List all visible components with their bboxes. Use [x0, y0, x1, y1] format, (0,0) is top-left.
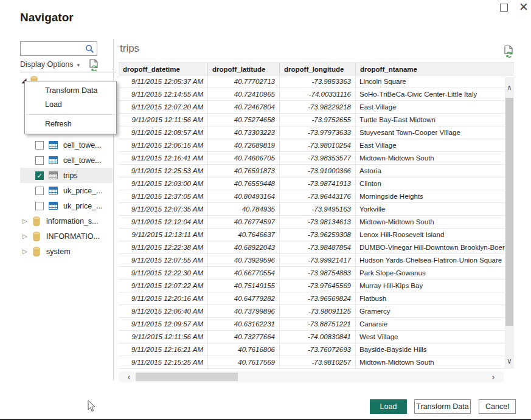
cell-dropoff_longitude: -73.97973633: [280, 126, 356, 139]
table-row: 9/11/2015 12:25:53 AM40.76591873-73.9100…: [119, 165, 514, 177]
tree-item-uk-price[interactable]: uk_price_...: [20, 198, 113, 213]
cell-dropoff_ntaname: Bayside-Bayside Hills: [356, 343, 514, 356]
cell-dropoff_datetime: 9/11/2015 12:06:40 AM: [119, 305, 208, 317]
checkbox-unchecked[interactable]: [35, 202, 44, 210]
checkbox-checked[interactable]: ✓: [35, 171, 44, 180]
cell-dropoff_datetime: 9/11/2015 12:11:56 AM: [119, 331, 208, 343]
scroll-right-icon[interactable]: ›: [488, 371, 499, 382]
cell-dropoff_latitude: 40.73929596: [208, 254, 280, 266]
table-row: 9/11/2015 12:08:57 AM40.73303223-73.9797…: [119, 126, 514, 139]
search-box: [20, 41, 97, 56]
table-row: 9/11/2015 12:06:40 AM40.73799896-73.9809…: [119, 305, 514, 318]
context-menu-item-load[interactable]: Load: [25, 98, 116, 112]
tree-item-cell-towe[interactable]: cell_towe...: [20, 153, 113, 168]
cell-dropoff_datetime: 9/11/2015 12:25:53 AM: [119, 165, 208, 177]
transform-data-button[interactable]: Transform Data: [414, 399, 471, 414]
cell-dropoff_ntaname: Midtown-Midtown South: [356, 356, 514, 368]
cell-dropoff_longitude: -73.98754883: [280, 267, 356, 279]
cell-dropoff_longitude: -73.76072693: [280, 343, 356, 356]
table-icon: [49, 202, 58, 210]
column-header-dropoff-longitude[interactable]: dropoff_longitude: [280, 63, 356, 75]
cell-dropoff_latitude: 40.76774597: [208, 216, 280, 228]
cell-dropoff_latitude: 40.72689819: [208, 139, 280, 151]
vertical-scrollbar[interactable]: ∧ ∨: [505, 77, 514, 369]
load-button[interactable]: Load: [370, 399, 407, 414]
table-row: 9/11/2015 12:16:41 AM40.74606705-73.9835…: [119, 152, 514, 165]
table-row: 9/11/2015 12:16:21 AM40.7616806-73.76072…: [119, 343, 514, 356]
table-row: 9/11/2015 12:07:20 AM40.72467804-73.9822…: [119, 101, 514, 114]
cell-dropoff_latitude: 40.784935: [208, 203, 280, 215]
table-row: 9/11/2015 12:09:57 AM40.63162231-73.8875…: [119, 318, 514, 331]
cell-dropoff_ntaname: Murray Hill-Kips Bay: [356, 280, 514, 292]
maximize-icon[interactable]: [500, 4, 508, 12]
cell-dropoff_ntaname: Turtle Bay-East Midtown: [356, 114, 514, 126]
context-menu-item-refresh[interactable]: Refresh: [25, 117, 116, 131]
table-row: 9/11/2015 12:03:00 AM40.76559448-73.9874…: [119, 177, 514, 190]
tree-item-label: system: [46, 247, 71, 256]
horizontal-scroll-thumb[interactable]: [136, 373, 238, 381]
column-header-dropoff-ntaname[interactable]: dropoff_ntaname: [356, 63, 514, 75]
preview-refresh-icon[interactable]: [504, 45, 514, 58]
context-menu-item-transform-data[interactable]: Transform Data: [25, 84, 116, 98]
cell-dropoff_longitude: -73.98487854: [280, 241, 356, 253]
tree-item-uk-price[interactable]: uk_price_...: [20, 183, 113, 198]
cell-dropoff_ntaname: West Village: [356, 331, 514, 343]
tree-item-label: cell_towe...: [63, 141, 102, 150]
mouse-cursor: [88, 400, 96, 413]
database-icon: [32, 232, 41, 241]
cell-dropoff_ntaname: Hudson Yards-Chelsea-Flatiron-Union Squa…: [356, 254, 514, 266]
display-options-label: Display Options: [20, 60, 74, 69]
cell-dropoff_ntaname: Midtown-Midtown South: [356, 216, 514, 228]
scroll-up-icon[interactable]: ∧: [505, 83, 514, 93]
refresh-file-icon[interactable]: [89, 59, 99, 71]
cell-dropoff_datetime: 9/11/2015 12:08:57 AM: [119, 126, 208, 139]
search-input[interactable]: [23, 43, 83, 54]
column-header-dropoff-datetime[interactable]: dropoff_datetime: [119, 63, 208, 75]
cell-dropoff_latitude: 40.73303223: [208, 126, 280, 139]
tree-item-trips[interactable]: ✓trips: [20, 168, 113, 183]
cell-dropoff_ntaname: Lincoln Square: [356, 75, 514, 88]
tree-item-information-s[interactable]: ▷information_s...: [20, 213, 113, 229]
cell-dropoff_latitude: 40.7646637: [208, 229, 280, 241]
display-options-dropdown[interactable]: Display Options▾: [20, 60, 80, 69]
database-icon: [32, 247, 41, 256]
navigator-dialog: Navigator ✕ Display Options▾ ◢cell_towe.…: [0, 0, 531, 420]
expand-arrow-icon[interactable]: ▷: [23, 218, 32, 224]
table-row: 9/11/2015 12:06:15 AM40.72689819-73.9801…: [119, 139, 514, 152]
expand-arrow-icon[interactable]: ▷: [23, 233, 32, 239]
checkbox-unchecked[interactable]: [35, 187, 44, 195]
cell-dropoff_latitude: 40.75149155: [208, 280, 280, 292]
table-body: 9/11/2015 12:05:37 AM40.77702713-73.9853…: [119, 75, 514, 369]
search-icon[interactable]: [85, 44, 94, 53]
cancel-button[interactable]: Cancel: [479, 399, 516, 414]
cell-dropoff_ntaname: Canarsie: [356, 318, 514, 330]
tree-item-system[interactable]: ▷system: [20, 244, 113, 259]
cell-dropoff_latitude: 40.73799896: [208, 305, 280, 317]
table-icon: [49, 171, 58, 179]
cell-dropoff_latitude: 40.76591873: [208, 165, 280, 177]
expand-arrow-icon[interactable]: ▷: [23, 248, 32, 255]
cell-dropoff_datetime: 9/11/2015 12:07:20 AM: [119, 101, 208, 113]
cell-dropoff_datetime: 9/11/2015 12:20:16 AM: [119, 292, 208, 305]
cell-dropoff_latitude: 40.7617569: [208, 356, 280, 368]
cell-dropoff_ntaname: Flatbush: [356, 292, 514, 305]
context-menu: Transform Data Load Refresh: [24, 81, 117, 134]
table-row: 9/11/2015 12:11:56 AM40.73277664-74.0083…: [119, 331, 514, 343]
vertical-scroll-thumb[interactable]: [505, 98, 513, 326]
cell-dropoff_ntaname: Gramercy: [356, 305, 514, 317]
checkbox-unchecked[interactable]: [35, 156, 44, 165]
cell-dropoff_latitude: 40.74606705: [208, 152, 280, 164]
table-row: 9/11/2015 12:13:11 AM40.7646637-73.96259…: [119, 229, 514, 241]
cell-dropoff_datetime: 9/11/2015 12:06:15 AM: [119, 139, 208, 151]
close-icon[interactable]: ✕: [518, 0, 530, 15]
cell-dropoff_longitude: -74.00331116: [280, 88, 356, 100]
tree-item-cell-towe[interactable]: cell_towe...: [20, 137, 113, 153]
tree-item-informatio[interactable]: ▷INFORMATIO...: [20, 229, 113, 244]
checkbox-unchecked[interactable]: [35, 141, 44, 150]
scroll-down-icon[interactable]: ∨: [505, 357, 514, 367]
column-header-dropoff-latitude[interactable]: dropoff_latitude: [208, 63, 280, 75]
scroll-left-icon[interactable]: ‹: [123, 371, 134, 382]
cell-dropoff_datetime: 9/11/2015 12:22:30 AM: [119, 267, 208, 279]
cell-dropoff_longitude: -73.98353577: [280, 152, 356, 164]
horizontal-scrollbar[interactable]: ‹ ›: [119, 371, 504, 382]
